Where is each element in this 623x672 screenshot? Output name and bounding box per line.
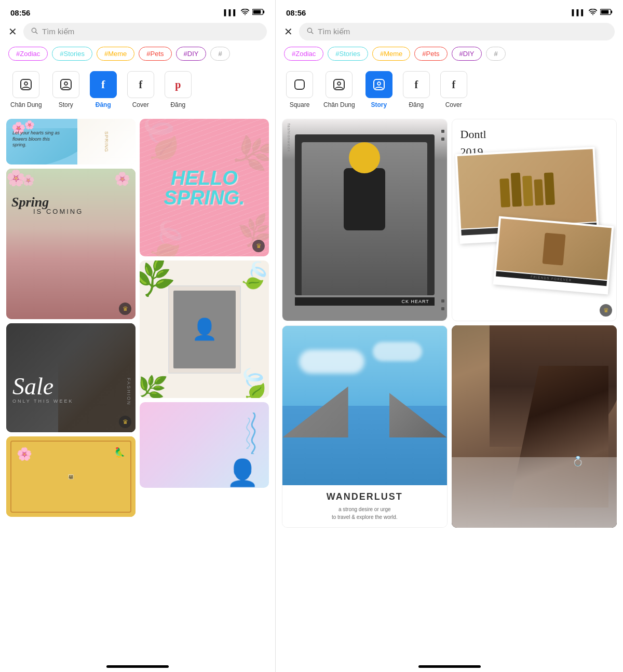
cat-chandung-left[interactable]: Chân Dung — [5, 68, 47, 112]
svg-rect-16 — [295, 80, 304, 89]
svg-point-0 — [245, 14, 246, 15]
close-button-left[interactable]: ✕ — [8, 25, 17, 38]
cat-icon-chandung-left — [12, 71, 39, 98]
svg-point-7 — [24, 82, 28, 85]
cat-icon-cover-left: f — [127, 71, 154, 98]
card-botanical[interactable]: 🌿 🍃 🌿 🍃 👤 — [140, 260, 269, 398]
tag-meme-left[interactable]: #Meme — [97, 47, 134, 61]
status-icons-left: ▌▌▌ — [224, 8, 265, 17]
crown-badge-portrait: ♛ — [119, 303, 131, 315]
tag-more-right[interactable]: # — [486, 47, 505, 61]
battery-icon-left — [252, 8, 265, 17]
cat-label-square-right: Square — [290, 101, 310, 108]
tag-pets-right[interactable]: #Pets — [414, 47, 447, 61]
card-family[interactable]: 👨‍👩‍👧‍👦 🌸 🦜 — [6, 436, 136, 517]
cat-cover-right[interactable]: f Cover — [435, 68, 472, 112]
svg-line-5 — [36, 32, 37, 34]
cat-label-chandung-right: Chân Dung — [323, 101, 355, 108]
cat-icon-story-left — [52, 71, 79, 98]
crown-badge-sale: ♛ — [119, 416, 131, 428]
card-sale[interactable]: Sale ONLY THIS WEEK FASHION ♛ — [6, 323, 136, 432]
cat-label-story-left: Story — [59, 101, 73, 108]
cat-icon-dang-left: f — [90, 71, 117, 98]
cat-label-cover-right: Cover — [445, 101, 462, 108]
svg-line-15 — [312, 32, 313, 34]
tag-diy-right[interactable]: #DIY — [452, 47, 482, 61]
cat-chandung-right[interactable]: Chân Dung — [318, 68, 360, 112]
home-indicator-right — [276, 661, 623, 672]
search-bar-left: ✕ Tìm kiếm — [0, 23, 275, 40]
cat-label-story-right: Story — [371, 101, 387, 108]
cat-dang-left-active[interactable]: f Đăng — [85, 68, 122, 112]
card-abstract[interactable]: 👤 — [140, 402, 269, 488]
search-placeholder-left: Tìm kiếm — [42, 27, 74, 36]
cat-label-dang-right: Đăng — [409, 101, 424, 108]
grid-col-left-0: 🌸 🌸 Let your hearts sing as flowers bloo… — [6, 119, 136, 659]
cat-icon-story-right — [365, 71, 392, 98]
search-input-left[interactable]: Tìm kiếm — [23, 23, 267, 40]
status-bar-right: 08:56 ▌▌▌ — [276, 0, 623, 23]
wanderlust-title: WANDERLUST — [289, 491, 441, 502]
cat-story-right-active[interactable]: Story — [360, 68, 398, 112]
time-right: 08:56 — [286, 8, 306, 17]
category-row-left: Chân Dung Story f Đăng f Cover p Đăng — [0, 68, 275, 112]
right-panel: 08:56 ▌▌▌ ✕ Tìm kiếm #Zodiac #Stories #M… — [275, 0, 623, 672]
home-bar-right — [418, 665, 481, 668]
wanderlust-subtitle: a strong desire or urgeto travel & explo… — [289, 505, 441, 521]
signal-icon-left: ▌▌▌ — [224, 9, 238, 16]
svg-point-20 — [377, 82, 381, 85]
svg-rect-12 — [611, 10, 613, 13]
home-indicator-left — [0, 661, 275, 672]
tag-meme-right[interactable]: #Meme — [372, 47, 410, 61]
card-wanderlust[interactable]: WANDERLUST a strong desire or urgeto tra… — [282, 325, 448, 528]
cat-label-dang2-left: Đăng — [170, 101, 185, 108]
card-spring-banner[interactable]: 🌸 🌸 Let your hearts sing as flowers bloo… — [6, 119, 136, 164]
search-placeholder-right: Tìm kiếm — [318, 27, 350, 36]
tag-pets-left[interactable]: #Pets — [139, 47, 171, 61]
close-button-right[interactable]: ✕ — [284, 25, 293, 38]
tag-zodiac-left[interactable]: #Zodiac — [8, 47, 48, 61]
grid-col-left-1: 🍃 🌿 🍃 🌿 HELLO SPRING. ♛ 🌿 🍃 🌿 — [140, 119, 269, 659]
cat-dang2-left[interactable]: p Đăng — [159, 68, 197, 112]
tags-row-right: #Zodiac #Stories #Meme #Pets #DIY # — [276, 47, 623, 61]
template-grid-right: fashionweek CK HEART — [276, 119, 623, 659]
template-grid-left: 🌸 🌸 Let your hearts sing as flowers bloo… — [0, 119, 275, 659]
svg-rect-13 — [601, 10, 609, 14]
wifi-icon-left — [241, 8, 249, 17]
svg-point-9 — [64, 82, 67, 85]
tag-more-left[interactable]: # — [210, 47, 229, 61]
cat-dang-right[interactable]: f Đăng — [398, 68, 435, 112]
cat-label-chandung-left: Chân Dung — [10, 101, 42, 108]
card-spring-portrait[interactable]: 🌸 🌸 🌸 Spring IS COMING ♛ — [6, 169, 136, 319]
tag-diy-left[interactable]: #DIY — [176, 47, 207, 61]
battery-icon-right — [600, 8, 613, 17]
cat-cover-left[interactable]: f Cover — [122, 68, 159, 112]
cat-icon-chandung-right — [326, 71, 353, 98]
card-polaroid-collage[interactable]: Dontl 2019 — [452, 119, 617, 321]
wifi-icon-right — [589, 8, 597, 17]
tag-stories-left[interactable]: #Stories — [52, 47, 92, 61]
crown-badge-hello-spring: ♛ — [252, 240, 265, 252]
svg-rect-2 — [263, 10, 265, 13]
cat-square-right[interactable]: Square — [281, 68, 318, 112]
svg-point-10 — [592, 14, 593, 15]
tag-stories-right[interactable]: #Stories — [328, 47, 368, 61]
card-hello-spring[interactable]: 🍃 🌿 🍃 🌿 HELLO SPRING. ♛ — [140, 119, 269, 256]
crown-badge-collage: ♛ — [600, 304, 612, 317]
home-bar-left — [106, 665, 169, 668]
search-bar-right: ✕ Tìm kiếm — [276, 23, 623, 40]
grid-col-right-0: fashionweek CK HEART — [282, 119, 448, 659]
status-bar-left: 08:56 ▌▌▌ — [0, 0, 275, 23]
tag-zodiac-right[interactable]: #Zodiac — [284, 47, 323, 61]
search-icon-right — [306, 27, 314, 36]
cat-label-dang-left: Đăng — [96, 101, 111, 108]
search-input-right[interactable]: Tìm kiếm — [299, 23, 615, 40]
cat-icon-dang2-left: p — [165, 71, 192, 98]
card-portrait-yellow-hat[interactable]: fashionweek CK HEART — [282, 119, 448, 321]
card-wedding[interactable]: 💍 — [452, 325, 617, 528]
cat-icon-cover-right: f — [440, 71, 467, 98]
category-row-right: Square Chân Dung Story f Đăng f Cover — [276, 68, 623, 112]
time-left: 08:56 — [10, 8, 30, 17]
left-panel: 08:56 ▌▌▌ ✕ Tìm kiếm #Zodiac #Stories #M… — [0, 0, 275, 672]
cat-story-left[interactable]: Story — [47, 68, 85, 112]
